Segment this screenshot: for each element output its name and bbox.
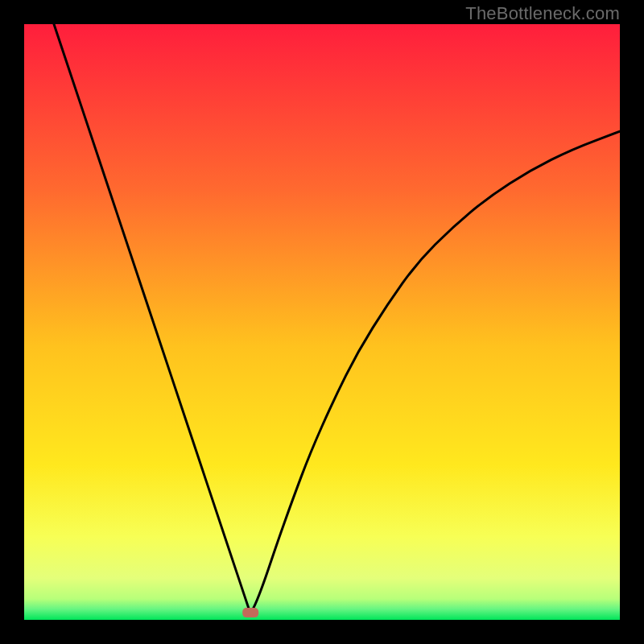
gradient-background bbox=[24, 24, 620, 620]
watermark-text: TheBottleneck.com bbox=[465, 3, 620, 24]
plot-area bbox=[24, 24, 620, 620]
chart-frame: TheBottleneck.com bbox=[0, 0, 644, 644]
chart-svg bbox=[24, 24, 620, 620]
optimum-marker bbox=[242, 608, 258, 617]
